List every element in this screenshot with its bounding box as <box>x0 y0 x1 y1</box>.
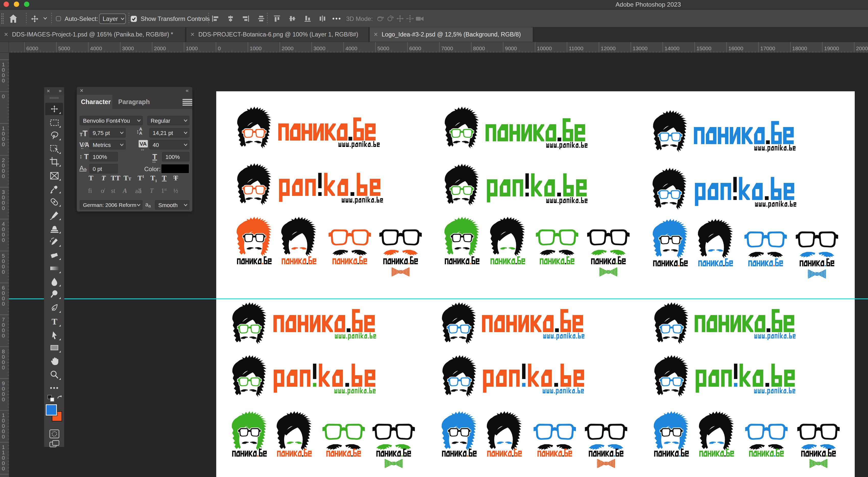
svg-text:19000: 19000 <box>824 45 839 51</box>
svg-text:7000: 7000 <box>441 45 453 51</box>
svg-text:4000: 4000 <box>345 45 358 51</box>
svg-text:18000: 18000 <box>792 45 807 51</box>
svg-text:5000: 5000 <box>377 45 389 51</box>
svg-text:10000: 10000 <box>537 45 552 51</box>
svg-text:1000: 1000 <box>250 45 262 51</box>
svg-text:3000: 3000 <box>122 45 134 51</box>
svg-text:4000: 4000 <box>90 45 102 51</box>
svg-text:5000: 5000 <box>58 45 70 51</box>
svg-text:20000: 20000 <box>856 45 868 51</box>
svg-text:11000: 11000 <box>569 45 583 51</box>
svg-text:2000: 2000 <box>154 45 166 51</box>
svg-text:15000: 15000 <box>696 45 711 51</box>
svg-text:T: T <box>52 317 57 326</box>
svg-text:1000: 1000 <box>186 45 198 51</box>
svg-text:8000: 8000 <box>473 45 485 51</box>
svg-text:3000: 3000 <box>313 45 326 51</box>
svg-text:9000: 9000 <box>505 45 517 51</box>
svg-text:6000: 6000 <box>409 45 421 51</box>
svg-text:14000: 14000 <box>664 45 679 51</box>
svg-text:17000: 17000 <box>760 45 775 51</box>
svg-text:0: 0 <box>218 45 221 51</box>
svg-text:13000: 13000 <box>632 45 647 51</box>
svg-text:16000: 16000 <box>728 45 743 51</box>
svg-text:2000: 2000 <box>282 45 293 51</box>
svg-text:12000: 12000 <box>601 45 616 51</box>
svg-text:6000: 6000 <box>26 45 38 51</box>
